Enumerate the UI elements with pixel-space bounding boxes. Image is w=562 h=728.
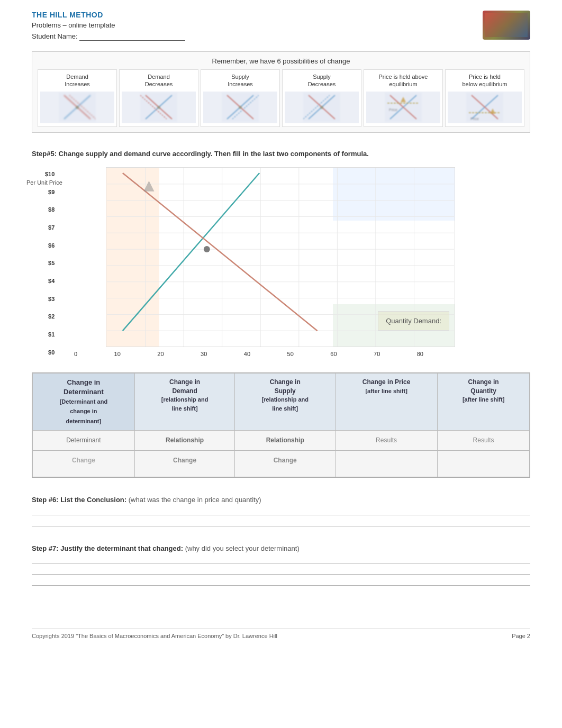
student-label: Student Name:	[32, 32, 78, 40]
footer: Copyrights 2019 "The Basics of Macroecon…	[32, 628, 530, 639]
y-label-0: $0	[45, 350, 55, 356]
x-label-60: 60	[330, 349, 337, 360]
step6-section: Step #6: List the Conclusion: (what was …	[32, 494, 530, 526]
step7-answer-line	[32, 563, 530, 563]
qty-demand-label: Quantity Demand:	[378, 311, 449, 331]
cell-determinant-label: Determinant	[33, 430, 135, 451]
step6-answer-line	[32, 515, 530, 515]
x-label-80: 80	[417, 349, 423, 360]
student-name-input[interactable]	[79, 32, 185, 41]
x-label-10: 10	[114, 349, 121, 360]
cell-price-results: Results	[336, 430, 438, 451]
th-quantity: Change inQuantity[after line shift]	[438, 373, 530, 430]
table-row-labels: Determinant Relationship Relationship Re…	[33, 430, 530, 451]
thumb-6: Price	[448, 92, 522, 123]
thumb-4	[285, 92, 359, 123]
y-label-4: $4	[45, 278, 55, 284]
cell-qty-results: Results	[438, 430, 530, 451]
svg-point-52	[204, 246, 210, 252]
student-name-row: Student Name:	[32, 32, 185, 41]
x-label-0: 0	[74, 349, 77, 360]
table-row-change: Change Change Change	[33, 451, 530, 477]
table: Change inDeterminant[Determinant andchan…	[32, 373, 530, 478]
step5-header: Step#5: Change supply and demand curve a…	[32, 149, 530, 159]
x-axis-labels: 0 10 20 30 40 50 60 70 80	[74, 347, 423, 360]
cell-supply-relationship: Relationship	[235, 430, 336, 451]
header-left: THE HILL METHOD Problems – online templa…	[32, 11, 185, 41]
possibilities-grid: DemandIncreases DemandDecreases	[38, 69, 524, 127]
thumb-3	[203, 92, 277, 123]
step7-section: Step #7: Justify the determinant that ch…	[32, 542, 530, 586]
logo-image	[485, 13, 528, 37]
svg-line-51	[123, 173, 318, 331]
possibility-price-below: Price is heldbelow equilibrium Price	[445, 69, 524, 127]
th-demand: Change inDemand[relationship andline shi…	[134, 373, 235, 430]
possibility-label-4: SupplyDecreases	[285, 73, 359, 88]
logo	[483, 11, 530, 40]
step6-answer-line2	[32, 526, 530, 526]
x-label-40: 40	[244, 349, 250, 360]
step6-label: Step #6: List the Conclusion:	[32, 496, 126, 504]
table-header-row: Change inDeterminant[Determinant andchan…	[33, 373, 530, 430]
step7-answer-line3	[32, 585, 530, 586]
step5-section: Step#5: Change supply and demand curve a…	[32, 149, 530, 478]
possibility-label-5: Price is held aboveequilibrium	[366, 73, 440, 88]
possibility-demand-decreases: DemandDecreases	[119, 69, 198, 127]
page-subtitle: Problems – online template	[32, 21, 185, 29]
possibilities-title: Remember, we have 6 possibilities of cha…	[38, 57, 524, 65]
x-label-30: 30	[201, 349, 207, 360]
y-label-8: $8	[45, 207, 55, 213]
chart-wrapper: $10 $9 $8 $7 $6 $5 $4 $3 $2 $1 $0	[74, 167, 423, 360]
cell-demand-relationship: Relationship	[134, 430, 235, 451]
y-label-1: $1	[45, 332, 55, 338]
x-label-70: 70	[374, 349, 380, 360]
footer-page: Page 2	[512, 633, 530, 639]
possibility-label-3: SupplyIncreases	[203, 73, 277, 88]
possibility-demand-increases: DemandIncreases	[38, 69, 117, 127]
step7-answer-line2	[32, 574, 530, 575]
y-axis-label: Per Unit Price	[26, 178, 62, 188]
y-axis-labels: $10 $9 $8 $7 $6 $5 $4 $3 $2 $1 $0	[45, 167, 55, 360]
y-label-6: $6	[45, 243, 55, 249]
thumb-5: Price	[366, 92, 440, 123]
chart-area: Quantity Demand:	[106, 167, 455, 347]
possibility-label-6: Price is heldbelow equilibrium	[448, 73, 522, 88]
y-label-2: $2	[45, 314, 55, 320]
y-label-9: $9	[45, 189, 55, 195]
possibility-label-1: DemandIncreases	[40, 73, 114, 88]
possibility-label-2: DemandDecreases	[122, 73, 196, 88]
x-label-50: 50	[287, 349, 294, 360]
possibility-price-above: Price is held aboveequilibrium Price	[364, 69, 443, 127]
step6-line: Step #6: List the Conclusion: (what was …	[32, 494, 530, 506]
cell-price-change	[336, 451, 438, 477]
thumb-2	[122, 92, 196, 123]
th-supply: Change inSupply[relationship andline shi…	[235, 373, 336, 430]
step7-label: Step #7: Justify the determinant that ch…	[32, 544, 183, 552]
possibilities-box: Remember, we have 6 possibilities of cha…	[32, 51, 530, 133]
y-label-5: $5	[45, 260, 55, 266]
cell-det-change: Change	[33, 451, 135, 477]
thumb-1	[40, 92, 114, 123]
svg-line-50	[123, 173, 259, 331]
footer-copyright: Copyrights 2019 "The Basics of Macroecon…	[32, 633, 277, 639]
possibility-supply-decreases: SupplyDecreases	[282, 69, 361, 127]
y-label-10: $10	[45, 171, 55, 177]
formula-table: Change inDeterminant[Determinant andchan…	[32, 372, 530, 478]
page-header: THE HILL METHOD Problems – online templa…	[32, 11, 530, 41]
y-label-3: $3	[45, 296, 55, 302]
chart-container: Per Unit Price $10 $9 $8 $7 $6 $5 $4 $3 …	[32, 167, 530, 360]
step6-desc: (what was the change in price and quanti…	[129, 496, 261, 504]
cell-qty-change	[438, 451, 530, 477]
page-title: THE HILL METHOD	[32, 11, 185, 19]
th-determinant: Change inDeterminant[Determinant andchan…	[33, 373, 135, 430]
th-price: Change in Price[after line shift]	[336, 373, 438, 430]
x-label-20: 20	[157, 349, 164, 360]
cell-supply-change: Change	[235, 451, 336, 477]
step7-line: Step #7: Justify the determinant that ch…	[32, 542, 530, 554]
step7-desc: (why did you select your determinant)	[185, 544, 300, 552]
cell-demand-change: Change	[134, 451, 235, 477]
y-label-7: $7	[45, 225, 55, 231]
possibility-supply-increases: SupplyIncreases	[201, 69, 280, 127]
